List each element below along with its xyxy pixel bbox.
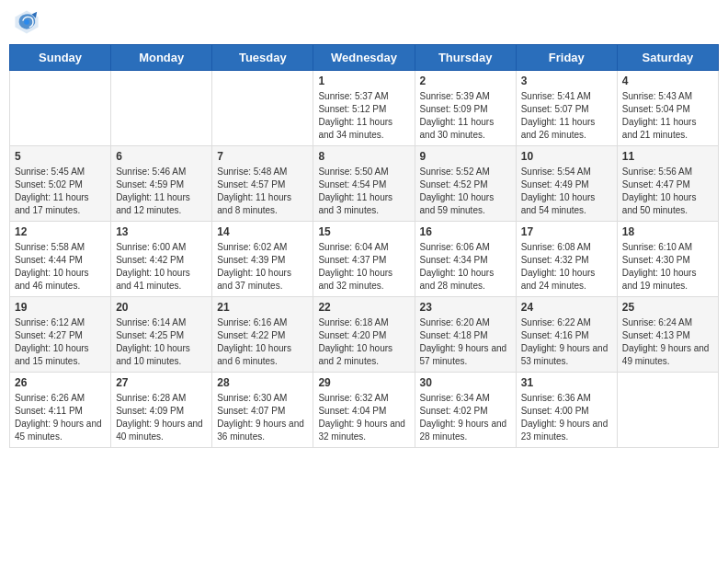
calendar-cell: 30Sunrise: 6:34 AM Sunset: 4:02 PM Dayli… — [415, 373, 516, 448]
day-number: 8 — [318, 150, 409, 163]
day-number: 15 — [318, 225, 409, 238]
day-info: Sunrise: 6:34 AM Sunset: 4:02 PM Dayligh… — [420, 392, 511, 443]
day-number: 12 — [15, 225, 106, 238]
calendar-cell: 16Sunrise: 6:06 AM Sunset: 4:34 PM Dayli… — [415, 222, 516, 297]
day-number: 26 — [15, 376, 106, 389]
weekday-header-tuesday: Tuesday — [212, 45, 313, 71]
weekday-header-friday: Friday — [516, 45, 617, 71]
day-info: Sunrise: 5:45 AM Sunset: 5:02 PM Dayligh… — [15, 166, 106, 217]
day-number: 5 — [15, 150, 106, 163]
day-info: Sunrise: 5:56 AM Sunset: 4:47 PM Dayligh… — [622, 166, 713, 217]
day-info: Sunrise: 5:46 AM Sunset: 4:59 PM Dayligh… — [116, 166, 207, 217]
day-info: Sunrise: 6:18 AM Sunset: 4:20 PM Dayligh… — [318, 316, 409, 368]
day-info: Sunrise: 5:52 AM Sunset: 4:52 PM Dayligh… — [420, 166, 511, 217]
calendar-week-1: 1Sunrise: 5:37 AM Sunset: 5:12 PM Daylig… — [10, 71, 719, 146]
day-number: 23 — [420, 301, 511, 314]
day-info: Sunrise: 6:06 AM Sunset: 4:34 PM Dayligh… — [420, 241, 511, 293]
day-info: Sunrise: 6:22 AM Sunset: 4:16 PM Dayligh… — [521, 316, 612, 368]
day-number: 14 — [217, 225, 308, 238]
day-info: Sunrise: 6:08 AM Sunset: 4:32 PM Dayligh… — [521, 241, 612, 293]
day-info: Sunrise: 6:32 AM Sunset: 4:04 PM Dayligh… — [318, 392, 409, 443]
calendar-cell: 22Sunrise: 6:18 AM Sunset: 4:20 PM Dayli… — [313, 297, 415, 373]
day-number: 9 — [420, 150, 511, 163]
day-info: Sunrise: 6:12 AM Sunset: 4:27 PM Dayligh… — [15, 316, 106, 368]
day-number: 16 — [420, 225, 511, 238]
day-number: 2 — [420, 75, 511, 87]
calendar-cell: 25Sunrise: 6:24 AM Sunset: 4:13 PM Dayli… — [617, 297, 718, 373]
calendar-cell: 9Sunrise: 5:52 AM Sunset: 4:52 PM Daylig… — [415, 146, 516, 222]
day-info: Sunrise: 5:43 AM Sunset: 5:04 PM Dayligh… — [622, 90, 713, 142]
weekday-header-monday: Monday — [111, 45, 212, 71]
calendar-cell: 28Sunrise: 6:30 AM Sunset: 4:07 PM Dayli… — [212, 373, 313, 448]
calendar: SundayMondayTuesdayWednesdayThursdayFrid… — [9, 44, 719, 448]
day-number: 10 — [521, 150, 612, 163]
day-number: 24 — [521, 301, 612, 314]
calendar-cell: 27Sunrise: 6:28 AM Sunset: 4:09 PM Dayli… — [111, 373, 212, 448]
day-info: Sunrise: 6:10 AM Sunset: 4:30 PM Dayligh… — [622, 241, 713, 293]
day-number: 20 — [116, 301, 207, 314]
calendar-cell: 7Sunrise: 5:48 AM Sunset: 4:57 PM Daylig… — [212, 146, 313, 222]
day-info: Sunrise: 5:54 AM Sunset: 4:49 PM Dayligh… — [521, 166, 612, 217]
calendar-week-2: 5Sunrise: 5:45 AM Sunset: 5:02 PM Daylig… — [10, 146, 719, 222]
calendar-cell: 29Sunrise: 6:32 AM Sunset: 4:04 PM Dayli… — [313, 373, 415, 448]
calendar-cell: 26Sunrise: 6:26 AM Sunset: 4:11 PM Dayli… — [10, 373, 111, 448]
day-number: 31 — [521, 376, 612, 389]
calendar-cell: 12Sunrise: 5:58 AM Sunset: 4:44 PM Dayli… — [10, 222, 111, 297]
day-number: 30 — [420, 376, 511, 389]
day-info: Sunrise: 5:48 AM Sunset: 4:57 PM Dayligh… — [217, 166, 308, 217]
page-header — [9, 9, 719, 35]
weekday-header-sunday: Sunday — [10, 45, 111, 71]
calendar-cell: 19Sunrise: 6:12 AM Sunset: 4:27 PM Dayli… — [10, 297, 111, 373]
day-info: Sunrise: 6:04 AM Sunset: 4:37 PM Dayligh… — [318, 241, 409, 293]
calendar-cell — [212, 71, 313, 146]
day-number: 19 — [15, 301, 106, 314]
day-info: Sunrise: 6:00 AM Sunset: 4:42 PM Dayligh… — [116, 241, 207, 293]
day-number: 17 — [521, 225, 612, 238]
calendar-cell: 2Sunrise: 5:39 AM Sunset: 5:09 PM Daylig… — [415, 71, 516, 146]
day-number: 25 — [622, 301, 713, 314]
calendar-cell — [111, 71, 212, 146]
day-info: Sunrise: 6:26 AM Sunset: 4:11 PM Dayligh… — [15, 392, 106, 443]
day-info: Sunrise: 5:39 AM Sunset: 5:09 PM Dayligh… — [420, 90, 511, 142]
calendar-cell — [10, 71, 111, 146]
calendar-cell: 17Sunrise: 6:08 AM Sunset: 4:32 PM Dayli… — [516, 222, 617, 297]
day-info: Sunrise: 5:41 AM Sunset: 5:07 PM Dayligh… — [521, 90, 612, 142]
calendar-cell: 23Sunrise: 6:20 AM Sunset: 4:18 PM Dayli… — [415, 297, 516, 373]
svg-point-1 — [24, 19, 29, 25]
day-info: Sunrise: 5:58 AM Sunset: 4:44 PM Dayligh… — [15, 241, 106, 293]
day-number: 7 — [217, 150, 308, 163]
day-info: Sunrise: 6:02 AM Sunset: 4:39 PM Dayligh… — [217, 241, 308, 293]
calendar-week-4: 19Sunrise: 6:12 AM Sunset: 4:27 PM Dayli… — [10, 297, 719, 373]
day-info: Sunrise: 5:37 AM Sunset: 5:12 PM Dayligh… — [318, 90, 409, 142]
weekday-header-thursday: Thursday — [415, 45, 516, 71]
day-info: Sunrise: 6:24 AM Sunset: 4:13 PM Dayligh… — [622, 316, 713, 368]
calendar-cell: 11Sunrise: 5:56 AM Sunset: 4:47 PM Dayli… — [617, 146, 718, 222]
day-number: 6 — [116, 150, 207, 163]
calendar-cell: 6Sunrise: 5:46 AM Sunset: 4:59 PM Daylig… — [111, 146, 212, 222]
day-number: 4 — [622, 75, 713, 87]
day-info: Sunrise: 6:36 AM Sunset: 4:00 PM Dayligh… — [521, 392, 612, 443]
calendar-cell: 13Sunrise: 6:00 AM Sunset: 4:42 PM Dayli… — [111, 222, 212, 297]
calendar-cell: 3Sunrise: 5:41 AM Sunset: 5:07 PM Daylig… — [516, 71, 617, 146]
calendar-week-5: 26Sunrise: 6:26 AM Sunset: 4:11 PM Dayli… — [10, 373, 719, 448]
day-number: 29 — [318, 376, 409, 389]
day-number: 11 — [622, 150, 713, 163]
day-number: 18 — [622, 225, 713, 238]
calendar-cell: 31Sunrise: 6:36 AM Sunset: 4:00 PM Dayli… — [516, 373, 617, 448]
day-info: Sunrise: 6:16 AM Sunset: 4:22 PM Dayligh… — [217, 316, 308, 368]
calendar-cell: 15Sunrise: 6:04 AM Sunset: 4:37 PM Dayli… — [313, 222, 415, 297]
calendar-cell: 10Sunrise: 5:54 AM Sunset: 4:49 PM Dayli… — [516, 146, 617, 222]
day-number: 13 — [116, 225, 207, 238]
calendar-week-3: 12Sunrise: 5:58 AM Sunset: 4:44 PM Dayli… — [10, 222, 719, 297]
day-info: Sunrise: 6:28 AM Sunset: 4:09 PM Dayligh… — [116, 392, 207, 443]
day-info: Sunrise: 6:14 AM Sunset: 4:25 PM Dayligh… — [116, 316, 207, 368]
weekday-header-wednesday: Wednesday — [313, 45, 415, 71]
day-number: 27 — [116, 376, 207, 389]
day-number: 3 — [521, 75, 612, 87]
logo-icon — [14, 9, 40, 35]
calendar-cell: 14Sunrise: 6:02 AM Sunset: 4:39 PM Dayli… — [212, 222, 313, 297]
day-number: 28 — [217, 376, 308, 389]
calendar-cell: 8Sunrise: 5:50 AM Sunset: 4:54 PM Daylig… — [313, 146, 415, 222]
calendar-cell: 18Sunrise: 6:10 AM Sunset: 4:30 PM Dayli… — [617, 222, 718, 297]
calendar-cell: 24Sunrise: 6:22 AM Sunset: 4:16 PM Dayli… — [516, 297, 617, 373]
